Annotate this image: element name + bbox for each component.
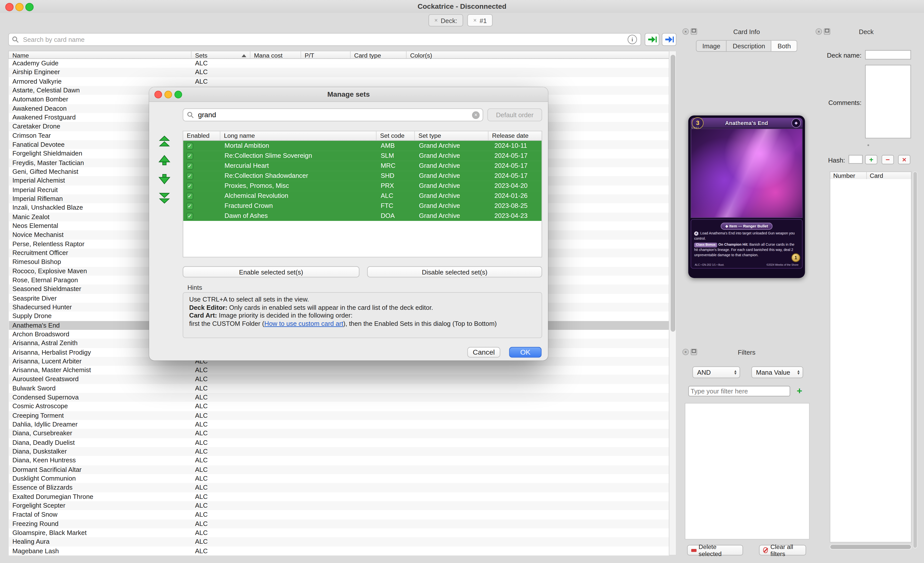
checkbox-checked-icon[interactable]: ✓: [186, 172, 193, 179]
table-row[interactable]: Forgelight ScepterALC: [9, 502, 669, 511]
deck-list[interactable]: [830, 179, 912, 542]
column-header-release-date[interactable]: Release date: [489, 131, 542, 140]
set-row[interactable]: ✓Re:Collection ShadowdancerSHDGrand Arch…: [183, 171, 542, 181]
card-table-scrollbar[interactable]: [669, 51, 677, 556]
set-row[interactable]: ✓Re:Collection Slime SovereignSLMGrand A…: [183, 151, 542, 161]
add-to-deck-button[interactable]: [645, 33, 659, 46]
tab-both[interactable]: Both: [772, 40, 798, 52]
checkbox-checked-icon[interactable]: ✓: [186, 162, 193, 169]
move-up-button[interactable]: [158, 153, 171, 167]
table-row[interactable]: Armored ValkyrieALC: [9, 77, 669, 86]
table-row[interactable]: Creeping TormentALC: [9, 411, 669, 420]
checkbox-checked-icon[interactable]: ✓: [186, 152, 193, 159]
column-header-enabled[interactable]: Enabled: [183, 131, 220, 140]
checkbox-checked-icon[interactable]: ✓: [186, 182, 193, 189]
tab-deck-1[interactable]: × #1: [467, 14, 493, 26]
delete-selected-button[interactable]: Delete selected: [687, 545, 743, 556]
set-row[interactable]: ✓Alchemical RevolutionALCGrand Archive20…: [183, 191, 542, 201]
column-header-number[interactable]: Number: [830, 172, 867, 179]
set-row[interactable]: ✓Dawn of AshesDOAGrand Archive2023-04-23: [183, 211, 542, 221]
table-row[interactable]: Dormant Sacrificial AltarALC: [9, 465, 669, 474]
set-enabled-cell[interactable]: ✓: [183, 151, 220, 161]
column-header-card-type[interactable]: Card type: [351, 51, 406, 58]
column-header-mana-cost[interactable]: Mana cost: [250, 51, 301, 58]
increment-card-button[interactable]: +: [865, 155, 878, 165]
deck-list-hscrollbar[interactable]: [830, 544, 912, 550]
decrement-card-button[interactable]: −: [882, 155, 894, 165]
clear-search-icon[interactable]: ×: [472, 111, 480, 119]
checkbox-checked-icon[interactable]: ✓: [186, 213, 193, 219]
table-row[interactable]: Arisanna, Master AlchemistALC: [9, 366, 669, 375]
set-enabled-cell[interactable]: ✓: [183, 141, 220, 151]
add-filter-button[interactable]: +: [797, 386, 802, 396]
hash-input[interactable]: [849, 155, 862, 164]
column-header-name[interactable]: Name: [9, 51, 191, 58]
comments-textarea[interactable]: [865, 65, 911, 138]
column-header-set-type[interactable]: Set type: [415, 131, 489, 140]
set-row[interactable]: ✓Proxies, Promos, MiscPRXGrand Archive20…: [183, 181, 542, 191]
table-row[interactable]: Fractal of SnowALC: [9, 511, 669, 520]
set-enabled-cell[interactable]: ✓: [183, 171, 220, 181]
enable-selected-sets-button[interactable]: Enable selected set(s): [183, 266, 360, 277]
tab-description[interactable]: Description: [727, 40, 772, 52]
set-enabled-cell[interactable]: ✓: [183, 211, 220, 221]
remove-card-button[interactable]: ×: [898, 155, 910, 165]
deck-name-input[interactable]: [865, 50, 911, 60]
set-row[interactable]: ✓Mercurial HeartMRCGrand Archive2024-05-…: [183, 161, 542, 171]
add-to-sideboard-button[interactable]: [662, 33, 676, 46]
filter-field-select[interactable]: Mana Value ▲▼: [752, 367, 803, 378]
search-input[interactable]: [22, 35, 628, 43]
table-row[interactable]: Dusklight CommunionALC: [9, 474, 669, 484]
card-search-field[interactable]: i: [8, 33, 641, 46]
disable-selected-sets-button[interactable]: Disable selected set(s): [367, 266, 542, 277]
close-tab-icon[interactable]: ×: [434, 17, 438, 23]
scrollbar-thumb[interactable]: [671, 55, 675, 332]
info-icon[interactable]: i: [628, 35, 637, 44]
column-header-card[interactable]: Card: [867, 172, 911, 179]
table-row[interactable]: Airship EngineerALC: [9, 68, 669, 77]
column-header-sets[interactable]: Sets: [191, 51, 250, 58]
move-down-button[interactable]: [158, 172, 171, 186]
sets-search-input[interactable]: [197, 110, 472, 120]
set-enabled-cell[interactable]: ✓: [183, 201, 220, 211]
clear-all-filters-button[interactable]: Clear all filters: [759, 545, 806, 556]
table-row[interactable]: Academy GuideALC: [9, 59, 669, 68]
sets-search-field[interactable]: ×: [183, 108, 483, 121]
column-header-long-name[interactable]: Long name: [220, 131, 376, 140]
combinator-select[interactable]: AND ▲▼: [693, 367, 740, 378]
close-tab-icon[interactable]: ×: [473, 17, 477, 23]
table-row[interactable]: Diana, DuskstalkerALC: [9, 447, 669, 456]
filters-list[interactable]: [685, 403, 810, 540]
table-row[interactable]: Diana, CursebreakerALC: [9, 429, 669, 438]
move-top-button[interactable]: [158, 134, 171, 148]
move-bottom-button[interactable]: [158, 191, 171, 205]
table-row[interactable]: Essence of BlizzardsALC: [9, 484, 669, 493]
table-row[interactable]: Exalted Dorumegian ThroneALC: [9, 493, 669, 502]
default-order-button[interactable]: Default order: [487, 108, 542, 121]
filter-input[interactable]: [688, 386, 790, 397]
tab-image[interactable]: Image: [696, 40, 727, 52]
table-row[interactable]: Healing AuraALC: [9, 538, 669, 547]
table-row[interactable]: Magebane LashALC: [9, 547, 669, 556]
table-row[interactable]: Diana, Keen HuntressALC: [9, 456, 669, 465]
table-row[interactable]: Gloamspire, Black MarketALC: [9, 529, 669, 538]
deck-list-vscrollbar[interactable]: [913, 171, 918, 548]
set-row[interactable]: ✓Fractured CrownFTCGrand Archive2023-08-…: [183, 201, 542, 211]
table-row[interactable]: Bulwark SwordALC: [9, 384, 669, 393]
set-row[interactable]: ✓Mortal AmbitionAMBGrand Archive2024-10-…: [183, 141, 542, 151]
column-header-colors[interactable]: Color(s): [406, 51, 676, 58]
custom-card-art-link[interactable]: How to use custom card art: [264, 320, 343, 326]
set-enabled-cell[interactable]: ✓: [183, 181, 220, 191]
table-row[interactable]: Freezing RoundALC: [9, 520, 669, 529]
table-row[interactable]: Cosmic AstroscopeALC: [9, 402, 669, 411]
checkbox-checked-icon[interactable]: ✓: [186, 142, 193, 149]
table-row[interactable]: Dahlia, Idyllic DreamerALC: [9, 420, 669, 429]
checkbox-checked-icon[interactable]: ✓: [186, 202, 193, 210]
table-row[interactable]: Aurousteel GreatswordALC: [9, 375, 669, 384]
checkbox-checked-icon[interactable]: ✓: [186, 192, 193, 199]
cancel-button[interactable]: Cancel: [467, 347, 500, 357]
table-row[interactable]: Condensed SupernovaALC: [9, 393, 669, 402]
set-enabled-cell[interactable]: ✓: [183, 191, 220, 201]
tab-deck[interactable]: × Deck:: [428, 14, 463, 26]
column-header-pt[interactable]: P/T: [301, 51, 351, 58]
